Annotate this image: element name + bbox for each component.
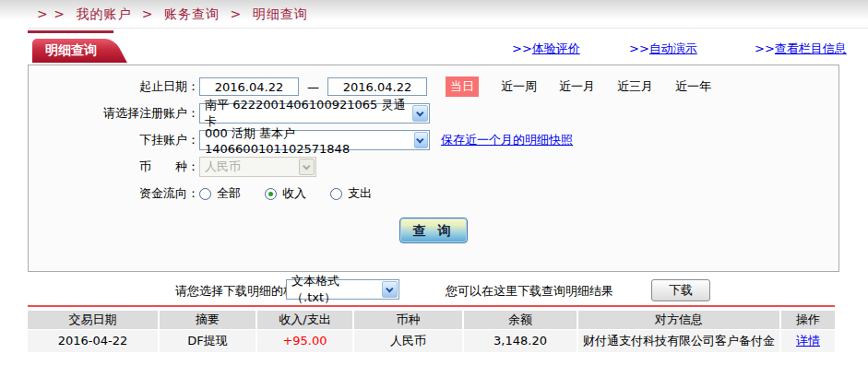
chevron-glyph (416, 109, 423, 116)
download-format-select[interactable]: 文本格式（.txt） (286, 279, 399, 300)
tab-detail-query[interactable]: 明细查询 (32, 39, 106, 63)
registered-account-row: 请选择注册账户： 南平 6222001406100921065 灵通卡 (29, 103, 838, 124)
currency-label: 币 种： (29, 159, 199, 175)
radio-income[interactable]: 收入 (265, 185, 306, 202)
tab-title: 明细查询 (45, 42, 97, 59)
transaction-table: 交易日期 摘要 收入/支出 币种 余额 对方信息 操作 2016-04-22 D… (28, 311, 835, 352)
query-form-panel: 起止日期： — 当日 近一周 近一月 近三月 近一年 请选择注册账户： 南平 6… (28, 65, 839, 272)
fund-flow-label: 资金流向： (29, 185, 199, 202)
chevron-glyph (386, 285, 393, 292)
cell-summary: DF提现 (160, 330, 256, 352)
date-to-input[interactable] (327, 77, 427, 96)
detail-query-page: > > 我的账户 > 账务查询 > 明细查询 明细查询 >>体验评价 >>自动演… (0, 0, 868, 377)
col-header-currency: 币种 (354, 311, 462, 329)
radio-all[interactable]: 全部 (199, 185, 241, 202)
chevron-down-icon[interactable] (412, 105, 428, 122)
currency-value: 人民币 (205, 159, 241, 175)
col-header-date: 交易日期 (28, 311, 158, 329)
cell-date: 2016-04-22 (28, 330, 158, 352)
link-experience-rating[interactable]: >>体验评价 (512, 41, 580, 57)
link-label: 体验评价 (532, 41, 580, 55)
link-auto-demo[interactable]: >>自动演示 (629, 41, 697, 57)
sub-account-select[interactable]: 000 活期 基本户 1406600101102571848 (199, 130, 430, 150)
breadcrumb-item-detail-query[interactable]: 明细查询 (253, 6, 308, 21)
chevron-down-icon (299, 159, 315, 175)
quick-range-month[interactable]: 近一月 (559, 78, 595, 95)
radio-checked-icon (265, 188, 277, 200)
query-button[interactable]: 查 询 (399, 218, 468, 243)
radio-expense[interactable]: 支出 (330, 185, 372, 202)
breadcrumb-item-my-account[interactable]: 我的账户 (76, 6, 131, 21)
chevron-down-icon[interactable] (414, 132, 428, 148)
breadcrumb-prefix: > > (37, 6, 65, 21)
col-header-balance: 余额 (464, 311, 577, 329)
breadcrumb-item-account-query[interactable]: 账务查询 (164, 6, 220, 21)
sub-account-label: 下挂账户： (29, 132, 199, 148)
radio-all-label: 全部 (217, 185, 241, 202)
date-from-input[interactable] (199, 77, 299, 96)
breadcrumb-separator: > (142, 6, 154, 21)
link-view-column-info[interactable]: >>查看栏目信息 (755, 41, 847, 57)
fund-flow-row: 资金流向： 全部 收入 支出 (29, 183, 838, 204)
quick-range-week[interactable]: 近一周 (501, 78, 537, 95)
registered-account-select[interactable]: 南平 6222001406100921065 灵通卡 (199, 103, 430, 124)
link-label: 自动演示 (649, 41, 697, 55)
download-format-value: 文本格式（.txt） (291, 273, 382, 306)
quick-range-year[interactable]: 近一年 (675, 78, 711, 95)
chevron-glyph (416, 135, 423, 143)
table-header-row: 交易日期 摘要 收入/支出 币种 余额 对方信息 操作 (28, 311, 835, 329)
fund-flow-radio-group: 全部 收入 支出 (199, 185, 396, 202)
link-label: 查看栏目信息 (775, 41, 847, 55)
cell-action: 详情 (781, 330, 835, 352)
date-dash: — (307, 80, 319, 94)
query-button-row: 查 询 (29, 218, 838, 243)
breadcrumb: > > 我的账户 > 账务查询 > 明细查询 (37, 6, 314, 23)
sub-account-value: 000 活期 基本户 1406600101102571848 (205, 125, 414, 156)
currency-select-disabled: 人民币 (199, 157, 316, 177)
download-button[interactable]: 下载 (651, 279, 710, 301)
link-prefix: >> (512, 41, 532, 55)
col-header-amount: 收入/支出 (257, 311, 352, 329)
quick-range-3months[interactable]: 近三月 (617, 78, 653, 95)
cell-currency: 人民币 (354, 330, 462, 352)
table-top-red-line (28, 305, 835, 307)
currency-row: 币 种： 人民币 (29, 157, 838, 177)
radio-circle-icon (199, 188, 211, 200)
radio-income-label: 收入 (282, 185, 306, 202)
radio-circle-icon (330, 188, 342, 200)
download-row: 请您选择下载明细的格式 文本格式（.txt） 您可以在这里下载查询明细结果 下载 (0, 279, 868, 301)
link-prefix: >> (629, 41, 649, 55)
save-snapshot-link[interactable]: 保存近一个月的明细快照 (441, 132, 573, 148)
chevron-down-icon[interactable] (382, 281, 398, 298)
col-header-action: 操作 (781, 311, 835, 329)
download-hint: 您可以在这里下载查询明细结果 (446, 283, 613, 300)
breadcrumb-divider (28, 28, 868, 29)
radio-expense-label: 支出 (348, 185, 372, 202)
col-header-summary: 摘要 (160, 311, 256, 329)
cell-counterparty: 财付通支付科技有限公司客户备付金 (578, 330, 779, 352)
quick-range-today[interactable]: 当日 (446, 77, 479, 97)
date-range-row: 起止日期： — 当日 近一周 近一月 近三月 近一年 (29, 77, 838, 97)
link-prefix: >> (755, 41, 775, 55)
breadcrumb-separator: > (230, 6, 242, 21)
table-row: 2016-04-22 DF提现 +95.00 人民币 3,148.20 财付通支… (28, 330, 835, 352)
chevron-glyph (303, 162, 310, 170)
registered-account-label: 请选择注册账户： (29, 105, 199, 122)
breadcrumb-red-underline (28, 30, 113, 33)
cell-balance: 3,148.20 (464, 330, 577, 352)
detail-link[interactable]: 详情 (796, 334, 820, 348)
cell-amount: +95.00 (257, 330, 352, 352)
sub-account-row: 下挂账户： 000 活期 基本户 1406600101102571848 保存近… (29, 130, 838, 150)
date-range-label: 起止日期： (29, 78, 199, 95)
col-header-counterparty: 对方信息 (578, 311, 779, 329)
